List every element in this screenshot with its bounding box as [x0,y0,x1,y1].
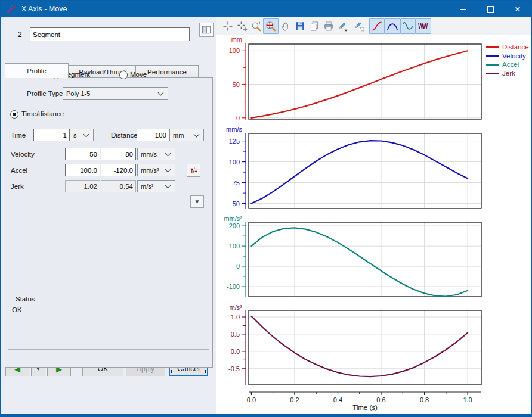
edit-pencil-icon [337,20,349,32]
legend-item-accel: Accel [486,60,529,69]
edit-pencil-button[interactable] [335,18,351,34]
velocity-start-input[interactable] [65,148,100,160]
axis-unit-label: mm/s² [224,215,242,222]
velocity-unit-value: mm/s [141,151,166,158]
split-view-button[interactable] [199,23,214,37]
move-mode-radio[interactable] [119,71,128,79]
maximize-icon [487,6,494,13]
zoom-icon: ± [250,20,262,32]
copy-button[interactable] [307,18,322,34]
jerk-chart[interactable]: -0.50.00.51.0m/s³0.00.20.40.60.81.0Time … [216,303,531,412]
swap-values-button[interactable] [187,164,200,177]
expand-more-button[interactable]: ▼ [190,195,204,208]
y-tick-label: -0.5 [228,365,240,372]
y-tick-label: 200 [229,222,240,229]
toggle-distance-button[interactable] [369,18,385,34]
move-mode-label: Move [130,71,147,78]
time-input[interactable] [33,129,70,141]
zoom-button[interactable]: ± [249,18,264,34]
distance-input[interactable] [137,129,169,141]
accel-label: Accel [11,167,27,174]
accel-unit-dropdown[interactable]: mm/s² [137,164,175,176]
y-tick-label: 0 [236,263,240,270]
time-unit-dropdown[interactable]: s [70,129,94,141]
x-axis-title: Time (s) [352,404,378,411]
status-group-label: Status [13,295,38,303]
velocity-label: Velocity [11,151,35,158]
split-window-icon [202,26,211,34]
chevron-down-icon [165,166,171,172]
zoom-pan-icon [265,20,277,32]
y-tick-label: 0 [236,114,240,122]
accel-start-input[interactable] [65,164,100,176]
accel-unit-value: mm/s² [141,167,166,174]
legend-item-velocity: Velocity [486,52,529,61]
segment-name-input[interactable] [30,27,190,41]
jerk-start-input [65,180,100,192]
toggle-jerk-icon [417,20,429,32]
status-group: Status OK [8,300,209,350]
chart-legend: DistanceVelocityAccelJerk [486,43,529,77]
profile-type-dropdown[interactable]: Poly 1-5 [63,87,168,100]
settings-panel: 2 ProfilePayload/ThrustPerformance Segme… [1,17,216,414]
legend-label: Velocity [502,52,526,60]
tab-profile[interactable]: Profile [5,63,69,78]
y-tick-label: -100 [227,283,240,290]
legend-line-swatch [486,55,499,57]
x-tick-label: 1.0 [463,396,472,403]
legend-label: Distance [502,43,529,51]
crosshair-button[interactable] [220,18,236,34]
legend-item-jerk: Jerk [486,69,529,78]
y-tick-label: 50 [233,81,240,88]
legend-line-swatch [486,64,499,66]
axis-unit-label: mm/s [226,126,242,133]
time-distance-radio[interactable] [10,110,18,119]
chevron-down-icon [194,131,200,137]
pan-hand-button[interactable] [278,18,293,34]
svg-text:±: ± [258,20,261,26]
x-tick-label: 0.0 [247,396,256,403]
print-icon [323,20,335,32]
chevron-down-icon [158,90,164,96]
toggle-accel-button[interactable] [400,18,416,34]
distance-unit-dropdown[interactable]: mm [169,129,204,141]
velocity-chart[interactable]: 5075100125mm/s [216,123,531,210]
zoom-pan-button[interactable] [263,18,279,34]
x-tick-label: 0.6 [376,396,385,403]
toggle-velocity-icon [386,20,398,32]
print-button[interactable] [321,18,336,34]
crosshair-track-icon [236,20,248,32]
x-tick-label: 0.8 [420,396,429,403]
accel-chart[interactable]: -1000100200mm/s² [216,214,531,298]
x-tick-label: 0.4 [333,396,342,403]
chevron-down-icon [165,182,171,188]
jerk-unit-dropdown[interactable]: m/s³ [137,180,175,192]
titlebar[interactable]: X Axis - Move ✕ [1,1,531,17]
toggle-jerk-button[interactable] [416,18,431,34]
chart-panel: ± 050100mm5075100125mm/s-1000100200mm/s²… [216,17,531,414]
axis-unit-label: m/s³ [230,304,243,311]
y-tick-label: 0.0 [231,348,240,355]
close-button[interactable]: ✕ [504,1,531,17]
profile-type-value: Poly 1-5 [66,90,159,97]
legend-label: Jerk [502,70,515,77]
toggle-velocity-button[interactable] [385,18,400,34]
triangle-down-icon: ▼ [194,198,200,205]
crosshair-track-button[interactable] [234,18,250,34]
save-icon [294,20,306,32]
jerk-end-input [101,180,136,192]
crosshair-icon [222,20,234,32]
minimize-button[interactable] [449,1,477,17]
accel-end-input[interactable] [101,164,136,176]
velocity-end-input[interactable] [101,148,136,160]
legend-label: Accel [502,61,519,68]
profile-type-label: Profile Type [27,90,63,97]
distance-chart[interactable]: 050100mm [216,34,531,123]
toolbar-separator [366,21,366,31]
velocity-unit-dropdown[interactable]: mm/s [137,148,175,160]
window-title: X Axis - Move [21,5,449,13]
maximize-button[interactable] [477,1,504,17]
y-tick-label: 100 [229,242,240,250]
toggle-accel-icon [402,20,414,32]
save-button[interactable] [292,18,308,34]
